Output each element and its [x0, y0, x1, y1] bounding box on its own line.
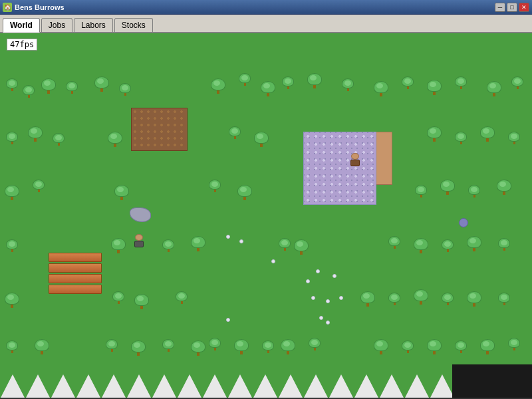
tree	[3, 340, 21, 358]
tree-trunk	[214, 190, 216, 192]
tree-trunk	[503, 192, 505, 195]
tab-labors[interactable]: Labors	[74, 18, 113, 32]
mountain-triangle	[203, 374, 227, 398]
tree	[160, 239, 177, 257]
tree	[452, 340, 469, 358]
tree-trunk	[284, 248, 286, 251]
tree	[3, 185, 21, 202]
tree-canopy	[261, 81, 275, 93]
tree-trunk	[267, 350, 269, 353]
tab-jobs[interactable]: Jobs	[41, 18, 72, 32]
tree-trunk	[214, 348, 216, 350]
tree	[190, 340, 207, 358]
tree	[236, 73, 253, 90]
tree	[233, 339, 250, 356]
tree-canopy	[6, 239, 18, 249]
tree-canopy	[23, 85, 35, 95]
close-button[interactable]: ✕	[519, 3, 529, 12]
tab-world[interactable]: World	[3, 18, 40, 33]
tree	[372, 81, 390, 98]
tree-trunk	[503, 303, 505, 305]
tree	[306, 73, 323, 90]
plank-row	[49, 285, 102, 294]
tree	[412, 289, 430, 307]
tree-canopy	[106, 339, 118, 349]
tree-trunk	[234, 136, 236, 139]
dot	[226, 318, 230, 322]
tree	[63, 81, 80, 98]
tree	[20, 85, 37, 102]
tree-canopy	[414, 289, 428, 301]
tree-canopy	[511, 76, 523, 86]
dot	[326, 321, 330, 325]
tree-trunk	[260, 144, 263, 147]
tree-trunk	[11, 305, 13, 308]
tree-trunk	[71, 91, 73, 94]
tree-canopy	[131, 340, 146, 352]
tree-trunk	[513, 142, 515, 144]
tree	[412, 185, 430, 202]
tree-canopy	[176, 291, 188, 301]
mountain-triangle	[51, 374, 75, 398]
tree-trunk	[11, 350, 13, 353]
tree	[3, 239, 21, 257]
tree	[495, 238, 513, 255]
tree	[103, 339, 120, 356]
tab-stocks[interactable]: Stocks	[114, 18, 153, 32]
game-viewport[interactable]: 47fps	[0, 33, 532, 398]
tree	[93, 76, 110, 94]
tree-trunk	[124, 93, 126, 96]
tree-canopy	[467, 236, 481, 248]
tree	[399, 76, 416, 94]
tree-trunk	[114, 144, 116, 147]
tree	[509, 76, 526, 94]
tree-canopy	[360, 291, 375, 303]
mountain-triangle	[127, 374, 151, 398]
tree	[33, 339, 51, 356]
tree	[190, 236, 207, 253]
tree-trunk	[486, 138, 489, 142]
dot	[332, 274, 336, 278]
tree-trunk	[433, 138, 436, 142]
tree-trunk	[447, 249, 449, 252]
tree-trunk	[366, 303, 369, 307]
tree	[116, 83, 134, 100]
tree-canopy	[6, 132, 18, 142]
tree	[110, 238, 127, 255]
dirt-area-dark	[131, 108, 188, 151]
tree-trunk	[217, 90, 219, 94]
tree-trunk	[394, 303, 396, 305]
dot	[319, 316, 323, 320]
tree-canopy	[415, 185, 427, 195]
dot	[316, 269, 320, 273]
dwarf-character	[349, 153, 361, 166]
tree	[466, 236, 483, 253]
tree-trunk	[407, 350, 409, 353]
tree-canopy	[508, 338, 520, 348]
tree-canopy	[94, 76, 109, 88]
tree-trunk	[41, 351, 43, 354]
tree	[259, 81, 277, 98]
dot	[226, 235, 230, 239]
tree	[293, 239, 310, 257]
tree-trunk	[473, 248, 475, 251]
dot	[239, 239, 243, 243]
maximize-button[interactable]: □	[507, 3, 517, 12]
tree-canopy	[294, 239, 309, 251]
tree-trunk	[313, 85, 316, 88]
tree-canopy	[6, 78, 18, 88]
minimize-button[interactable]: ─	[495, 3, 505, 12]
tree	[439, 180, 456, 197]
tree	[452, 76, 469, 94]
dot	[271, 259, 275, 263]
tree-trunk	[100, 88, 103, 92]
tree-canopy	[309, 338, 321, 348]
tree-canopy	[6, 340, 18, 350]
tab-bar: World Jobs Labors Stocks	[0, 15, 532, 33]
tree-canopy	[114, 185, 129, 197]
tree	[359, 291, 376, 309]
tree-trunk	[380, 93, 382, 96]
mountain-triangle	[354, 374, 378, 398]
tree-trunk	[473, 195, 475, 198]
tree-trunk	[314, 348, 316, 350]
